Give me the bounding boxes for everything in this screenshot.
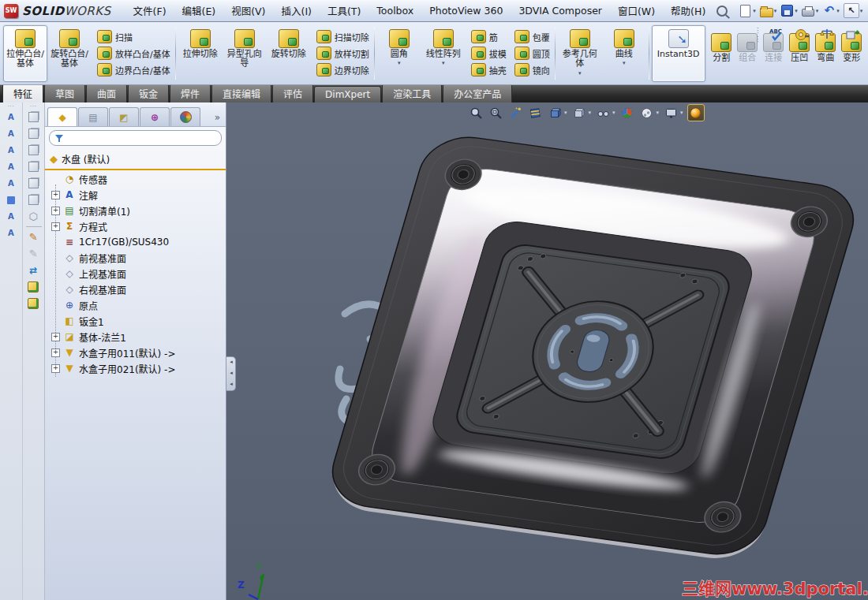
tree-item[interactable]: 注解 [45,187,226,203]
ribbon-tab[interactable]: 焊件 [170,84,211,102]
tree-item[interactable]: 钣金1 [45,313,226,329]
view-tool-icon[interactable] [26,229,41,244]
ribbon-button[interactable]: 拉伸凸台/基体▾ [3,25,47,82]
view-orientation-icon[interactable] [547,105,563,121]
tree-item[interactable]: 切割清单(1) [45,203,226,218]
dropdown-caret-icon[interactable]: ▾ [657,110,660,116]
annotation-tool-icon[interactable] [3,110,18,125]
panel-tab[interactable] [78,107,108,126]
expand-toggle-icon[interactable] [51,348,60,357]
panel-splitter-handle[interactable] [226,356,236,391]
select-button[interactable]: ↖▾ [842,2,865,20]
ribbon-tab[interactable]: 曲面 [86,84,127,102]
search-icon[interactable] [716,6,728,17]
menu-item[interactable]: 窗口(W) [610,0,663,22]
ribbon-button[interactable]: 参考几何体▾ [558,25,602,82]
view-tool-icon[interactable] [26,126,41,141]
tree-item[interactable]: 传感器 [45,171,226,187]
view-tool-icon[interactable] [26,192,41,207]
dropdown-caret-icon[interactable]: ▾ [612,110,615,116]
view-tool-icon[interactable] [26,159,41,174]
expand-toggle-icon[interactable] [51,222,60,231]
ribbon-tab[interactable]: 渲染工具 [382,84,442,102]
toolbar-drag-handle[interactable]: ⋯⋯ [756,27,759,44]
3d-model-water-pan[interactable]: Y Z 三维网www.3dportal.cn [226,102,868,600]
tree-item[interactable]: 1Cr17(GB)/SUS430 [45,234,226,250]
menu-item[interactable]: 视图(V) [223,0,273,22]
menu-item[interactable]: Toolbox [369,1,421,20]
tree-item[interactable]: 基体-法兰1 [45,329,226,345]
panel-overflow-chevron[interactable]: » [211,112,223,126]
menu-item[interactable]: PhotoView 360 [421,1,511,20]
annotation-tool-icon[interactable] [3,209,18,224]
tree-item[interactable]: Ø9.0 (9) 直径孔1 [45,376,226,377]
dropdown-caret-icon[interactable]: ▾ [680,110,683,116]
previous-view-icon[interactable] [507,105,523,121]
zoom-area-icon[interactable] [488,105,503,121]
ribbon-button[interactable]: 线性阵列▾ [421,25,466,82]
new-document-button[interactable]: ▾ [737,3,758,19]
ribbon-button[interactable]: 曲线▾ [602,25,646,82]
tree-root-item[interactable]: 水盘 (默认) [45,150,226,170]
print-button[interactable]: ▾ [800,3,821,19]
view-tool-icon[interactable] [26,110,41,125]
tree-item[interactable]: 水盒子用011(默认) -> [45,345,226,360]
save-button[interactable]: ▾ [779,3,799,19]
interference-check-button[interactable] [865,3,868,19]
toolbar-drag-handle[interactable]: ⋯ [7,104,14,108]
zoom-fit-icon[interactable] [468,105,484,121]
view-tool-icon[interactable] [26,176,41,191]
ribbon-button[interactable]: 旋转凸台/基体▾ [47,25,92,82]
ribbon-button[interactable]: 放样切割 [314,46,372,61]
expand-toggle-icon[interactable] [51,191,60,199]
hide-show-items-icon[interactable] [595,105,611,121]
ribbon-tab[interactable]: DimXpert [314,86,381,102]
ribbon-button[interactable]: 边界切除 [314,62,372,78]
ribbon-button[interactable]: 拔模 [469,46,509,61]
menu-item[interactable]: 编辑(E) [174,0,224,22]
ribbon-button[interactable]: 扫描切除 [314,29,372,45]
view-tool-icon[interactable] [26,296,41,311]
preview-window-icon[interactable] [687,104,705,121]
view-tool-icon[interactable] [26,279,41,294]
apply-scene-icon[interactable] [639,105,655,121]
ribbon-button[interactable]: 异型孔向导▾ [223,25,267,82]
ribbon-tab[interactable]: 草图 [44,84,85,102]
annotation-tool-icon[interactable] [3,176,18,191]
menu-item[interactable]: 工具(T) [320,0,369,22]
instant3d-button[interactable]: Instant3D▾ [652,25,705,82]
tree-item[interactable]: 右视基准面 [45,281,226,297]
dropdown-caret-icon[interactable]: ▾ [589,110,592,116]
ribbon-tab[interactable]: 直接编辑 [211,84,271,102]
ribbon-button[interactable]: 扫描 [95,29,173,45]
ribbon-button[interactable]: 圆角▾ [377,25,421,82]
panel-tab[interactable] [170,107,200,126]
tree-item[interactable]: 前视基准面 [45,250,226,266]
ribbon-button[interactable]: 边界凸台/基体 [95,62,173,78]
panel-tab[interactable] [109,107,139,126]
ribbon-button[interactable]: 旋转切除▾ [267,25,311,82]
annotation-tool-icon[interactable] [3,159,18,174]
display-style-icon[interactable] [571,105,587,121]
measure-icon[interactable] [794,27,810,43]
view-tool-icon[interactable] [26,225,41,228]
tree-filter-input[interactable] [67,132,215,143]
open-button[interactable]: ▾ [758,3,779,19]
expand-toggle-icon[interactable] [51,207,60,215]
section-view-icon[interactable] [527,105,543,121]
menu-item[interactable]: 帮助(H) [663,0,713,22]
panel-tab[interactable] [47,107,77,126]
tree-item[interactable]: 上视基准面 [45,266,226,281]
undo-button[interactable]: ↶▾ [821,3,841,19]
dropdown-caret-icon[interactable]: ▾ [564,110,567,116]
mass-properties-icon[interactable] [819,27,835,43]
tree-item[interactable]: 水盒子用021(默认) -> [45,360,226,376]
view-tool-icon[interactable] [26,209,41,224]
tree-item[interactable]: 方程式 [45,218,226,234]
menu-item[interactable]: 插入(I) [274,0,320,22]
menu-item[interactable]: 3DVIA Composer [511,1,610,20]
ribbon-tab[interactable]: 评估 [272,84,313,102]
ribbon-button[interactable]: 拉伸切除▾ [178,25,223,82]
edit-appearance-icon[interactable] [619,105,635,121]
ribbon-button[interactable]: 抽壳 [469,62,509,78]
